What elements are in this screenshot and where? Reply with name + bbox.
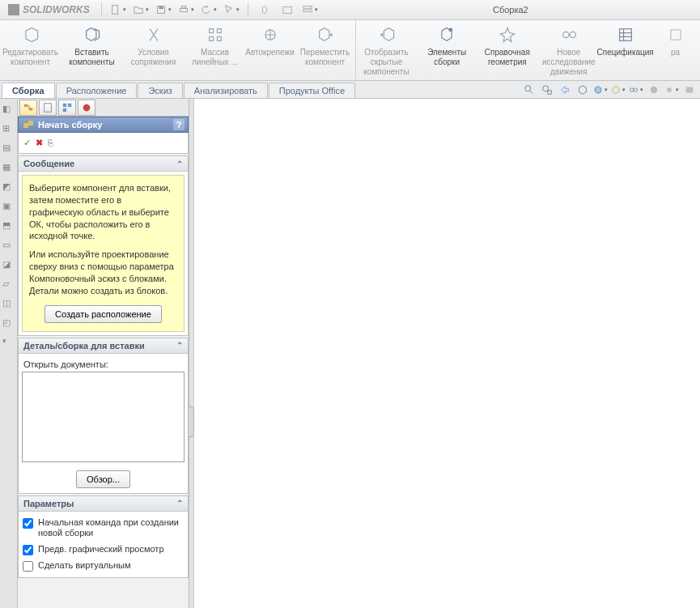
svg-rect-4 — [181, 6, 185, 9]
tab-2[interactable]: Эскиз — [138, 83, 182, 98]
ribbon-label: Условия сопряжения — [126, 48, 180, 67]
cancel-button[interactable]: ✖ — [36, 138, 43, 148]
tab-0[interactable]: Сборка — [2, 83, 55, 98]
panel-tab-config[interactable] — [58, 100, 76, 116]
ribbon-item-11[interactable]: ра — [651, 20, 700, 80]
tab-bar: СборкаРасположениеЭскизАнализироватьПрод… — [0, 81, 700, 99]
chk-row-start-command[interactable]: Начальная команда при создании новой сбо… — [22, 515, 185, 542]
svg-rect-12 — [217, 36, 221, 40]
separator — [101, 2, 102, 17]
open-file-icon[interactable]: ▾ — [133, 3, 149, 16]
ok-button[interactable]: ✓ — [23, 138, 31, 148]
final-icon[interactable] — [682, 83, 697, 97]
chk-preview[interactable] — [23, 545, 33, 555]
ribbon-item-1[interactable]: Вставить компоненты — [62, 20, 123, 80]
ribbon-item-6[interactable]: Отобразить скрытые компоненты — [356, 20, 418, 80]
ribbon-icon-7 — [437, 25, 456, 45]
svg-point-25 — [651, 87, 658, 94]
ribbon-label: Отобразить скрытые компоненты — [359, 48, 414, 77]
ribbon-item-9[interactable]: Новое исследование движения — [538, 20, 600, 80]
tab-3[interactable]: Анализировать — [184, 83, 268, 98]
tool-overflow[interactable]: ▾ — [2, 337, 15, 350]
tool-icon-2[interactable]: ⊞ — [2, 123, 15, 136]
chk-row-virtual[interactable]: Сделать виртуальным — [22, 558, 185, 574]
select-icon[interactable]: ▾ — [223, 3, 240, 16]
group-header-label: Сообщение — [23, 159, 74, 168]
save-icon[interactable]: ▾ — [155, 3, 172, 16]
message-box: Выберите компонент для вставки, затем по… — [22, 175, 185, 332]
tool-icon-1[interactable]: ◧ — [2, 104, 15, 117]
chevron-up-icon: ⌃ — [176, 341, 183, 350]
help-button[interactable]: ? — [173, 119, 185, 130]
ribbon-label: Автокрепежи — [245, 48, 294, 57]
svg-point-24 — [634, 88, 638, 92]
top-menubar: SOLIDWORKS ▾ ▾ ▾ ▾ ▾ ▾ ▾ Сборка2 — [0, 0, 700, 20]
group-header-message[interactable]: Сообщение ⌃ — [19, 156, 188, 172]
ribbon-item-0[interactable]: Редактировать компонент — [0, 20, 62, 80]
zoom-area-icon[interactable] — [540, 83, 554, 97]
display-style-icon[interactable]: ▾ — [593, 83, 608, 97]
ribbon-item-7[interactable]: Элементы сборки — [418, 20, 477, 80]
svg-point-5 — [262, 6, 266, 14]
ribbon-item-5[interactable]: Переместить компонент — [295, 20, 356, 80]
tool-icon-3[interactable]: ▤ — [2, 142, 15, 155]
more-icon[interactable]: ▾ — [302, 3, 318, 16]
print-icon[interactable]: ▾ — [178, 3, 194, 16]
new-file-icon[interactable]: ▾ — [110, 3, 126, 16]
render-icon[interactable]: ▾ — [664, 83, 679, 97]
ribbon-item-3[interactable]: Массив линейных ... — [185, 20, 246, 80]
previous-view-icon[interactable] — [558, 83, 572, 97]
feature-manager-panel: Начать сборку ? ✓ ✖ ⎘ Сообщение ⌃ Выбери… — [18, 99, 189, 608]
scene-icon[interactable] — [647, 83, 661, 97]
panel-tab-appearance[interactable] — [78, 100, 95, 116]
ribbon-item-2[interactable]: Условия сопряжения — [123, 20, 185, 80]
ribbon-label: Редактировать компонент — [2, 48, 58, 67]
tool-icon-4[interactable]: ▦ — [2, 162, 15, 175]
svg-rect-3 — [180, 8, 187, 11]
tool-icon-11[interactable]: ◫ — [2, 298, 15, 311]
tab-1[interactable]: Расположение — [56, 83, 138, 98]
chk-row-preview[interactable]: Предв. графический просмотр — [22, 542, 185, 558]
options-icon[interactable] — [279, 3, 295, 16]
tool-icon-7[interactable]: ⬒ — [2, 220, 15, 233]
group-message: Сообщение ⌃ Выберите компонент для встав… — [18, 155, 189, 336]
chk-label: Предв. графический просмотр — [38, 544, 164, 555]
chk-start-command[interactable] — [23, 518, 33, 529]
open-documents-list[interactable] — [22, 372, 185, 462]
ribbon-icon-0 — [21, 25, 40, 45]
svg-point-34 — [83, 104, 91, 111]
tool-icon-8[interactable]: ▭ — [2, 240, 15, 253]
panel-tab-property[interactable] — [39, 100, 57, 116]
ribbon-item-4[interactable]: Автокрепежи — [246, 20, 295, 80]
zoom-fit-icon[interactable] — [522, 83, 537, 97]
svg-rect-32 — [68, 103, 71, 106]
panel-splitter[interactable] — [189, 99, 194, 608]
create-layout-button[interactable]: Создать расположение — [45, 305, 162, 323]
panel-tab-feature-tree[interactable] — [19, 100, 37, 116]
tool-icon-6[interactable]: ▣ — [2, 201, 15, 214]
ribbon-label: Новое исследование движения — [541, 48, 596, 77]
chk-virtual[interactable] — [23, 561, 33, 572]
hide-show-icon[interactable]: ▾ — [611, 83, 626, 97]
appearance-icon[interactable]: ▾ — [629, 83, 643, 97]
splitter-handle-icon[interactable] — [188, 406, 194, 437]
svg-rect-27 — [686, 87, 694, 93]
rebuild-icon[interactable] — [257, 3, 273, 16]
tool-icon-5[interactable]: ◩ — [2, 181, 15, 194]
tab-4[interactable]: Продукты Office — [269, 83, 355, 98]
undo-icon[interactable]: ▾ — [201, 3, 217, 16]
group-header-insert[interactable]: Деталь/сборка для вставки ⌃ — [19, 338, 188, 354]
tool-icon-10[interactable]: ▱ — [2, 278, 15, 291]
group-header-params[interactable]: Параметры ⌃ — [19, 496, 188, 512]
ribbon-icon-8 — [498, 25, 517, 45]
ribbon-item-10[interactable]: Спецификация — [600, 20, 651, 80]
tool-icon-12[interactable]: ◰ — [2, 317, 15, 330]
graphics-canvas[interactable] — [194, 99, 700, 608]
pin-button[interactable]: ⎘ — [48, 138, 53, 148]
tool-icon-9[interactable]: ◪ — [2, 259, 15, 272]
ribbon-item-8[interactable]: Справочная геометрия — [477, 20, 538, 80]
svg-point-15 — [562, 32, 568, 37]
browse-button[interactable]: Обзор... — [76, 470, 130, 488]
svg-rect-6 — [282, 7, 291, 14]
section-view-icon[interactable] — [575, 83, 590, 97]
